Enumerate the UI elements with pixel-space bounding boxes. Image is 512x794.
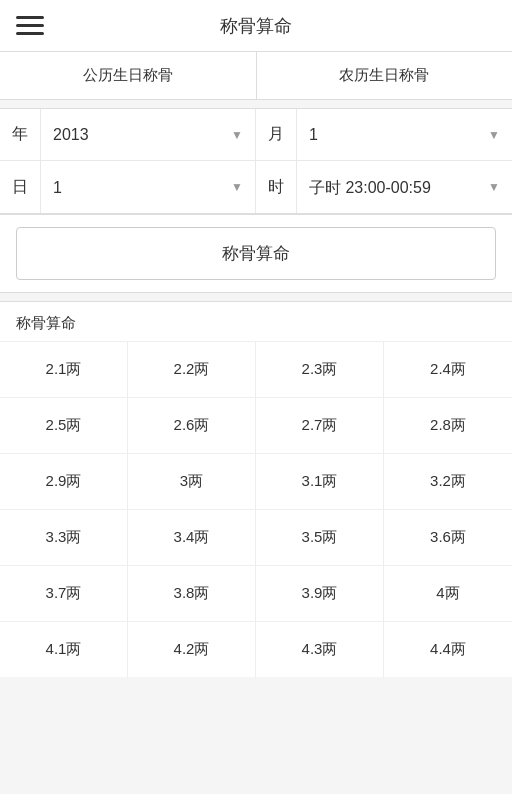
grid-cell[interactable]: 2.4两 [384,342,512,398]
grid-cell[interactable]: 2.3两 [256,342,384,398]
tab-solar[interactable]: 公历生日称骨 [0,52,257,99]
submit-button[interactable]: 称骨算命 [16,227,496,280]
header-title: 称骨算命 [220,14,292,38]
month-group: 月 1 ▼ [256,109,512,160]
day-select[interactable]: 1 [41,161,255,213]
year-month-row: 年 2013 ▼ 月 1 ▼ [0,109,512,161]
grid-cell[interactable]: 2.8两 [384,398,512,454]
grid-cell[interactable]: 3.6两 [384,510,512,566]
grid-cell[interactable]: 2.1两 [0,342,128,398]
grid-cell[interactable]: 2.9两 [0,454,128,510]
grid-cell[interactable]: 2.6两 [128,398,256,454]
header: 称骨算命 [0,0,512,52]
year-group: 年 2013 ▼ [0,109,256,160]
grid-cell[interactable]: 3.5两 [256,510,384,566]
results-title: 称骨算命 [0,302,512,342]
month-select-wrapper: 1 ▼ [296,109,512,160]
hour-select[interactable]: 子时 23:00-00:59 [297,161,512,213]
grid-cell[interactable]: 3.2两 [384,454,512,510]
grid-cell[interactable]: 4.4两 [384,622,512,677]
day-hour-row: 日 1 ▼ 时 子时 23:00-00:59 ▼ [0,161,512,213]
hour-label: 时 [256,177,296,198]
grid-cell[interactable]: 3.3两 [0,510,128,566]
menu-icon[interactable] [16,16,44,35]
year-select-wrapper: 2013 ▼ [40,109,255,160]
results-grid: 2.1两2.2两2.3两2.4两2.5两2.6两2.7两2.8两2.9两3两3.… [0,342,512,677]
grid-cell[interactable]: 4两 [384,566,512,622]
tab-lunar[interactable]: 农历生日称骨 [257,52,513,99]
form-section: 年 2013 ▼ 月 1 ▼ 日 1 [0,108,512,214]
grid-cell[interactable]: 2.7两 [256,398,384,454]
grid-cell[interactable]: 3.9两 [256,566,384,622]
grid-cell[interactable]: 3.4两 [128,510,256,566]
grid-cell[interactable]: 4.1两 [0,622,128,677]
grid-cell[interactable]: 4.3两 [256,622,384,677]
day-select-wrapper: 1 ▼ [40,161,255,213]
month-select[interactable]: 1 [297,109,512,160]
month-label: 月 [256,124,296,145]
hour-group: 时 子时 23:00-00:59 ▼ [256,161,512,213]
day-label: 日 [0,177,40,198]
grid-cell[interactable]: 2.2两 [128,342,256,398]
grid-cell[interactable]: 3.1两 [256,454,384,510]
hour-select-wrapper: 子时 23:00-00:59 ▼ [296,161,512,213]
results-section: 称骨算命 2.1两2.2两2.3两2.4两2.5两2.6两2.7两2.8两2.9… [0,301,512,677]
grid-cell[interactable]: 4.2两 [128,622,256,677]
tabs: 公历生日称骨 农历生日称骨 [0,52,512,100]
grid-cell[interactable]: 3两 [128,454,256,510]
grid-cell[interactable]: 2.5两 [0,398,128,454]
day-group: 日 1 ▼ [0,161,256,213]
submit-section: 称骨算命 [0,214,512,293]
grid-cell[interactable]: 3.7两 [0,566,128,622]
year-select[interactable]: 2013 [41,109,255,160]
grid-cell[interactable]: 3.8两 [128,566,256,622]
year-label: 年 [0,124,40,145]
